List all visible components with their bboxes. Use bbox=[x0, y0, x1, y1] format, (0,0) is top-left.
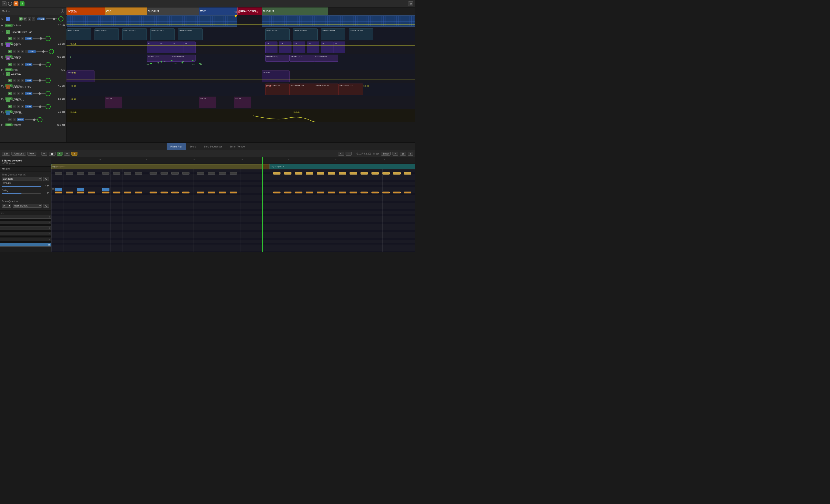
pr-zoom-2[interactable]: ↕ bbox=[408, 152, 413, 156]
track-automation-mode-9[interactable]: Read bbox=[5, 68, 12, 71]
note-10[interactable] bbox=[161, 172, 168, 175]
pr-edit-button[interactable]: Edit bbox=[2, 152, 10, 156]
track-solo-10[interactable]: S bbox=[17, 79, 20, 82]
track-record-10[interactable]: R bbox=[21, 79, 25, 82]
track-power-8[interactable]: O bbox=[8, 50, 12, 53]
note-8[interactable] bbox=[135, 172, 142, 175]
pr-quantize-note[interactable]: 1/16 Note ▾ bbox=[2, 177, 42, 181]
region-8-10[interactable]: 'Vo bbox=[333, 41, 345, 53]
note-27[interactable] bbox=[382, 172, 390, 175]
region-6-main[interactable] bbox=[66, 15, 237, 27]
track-mute-7[interactable]: M bbox=[12, 37, 16, 40]
track-content-11[interactable]: Spectacular Entr Spectacular Entr Specta… bbox=[66, 83, 415, 96]
note-bot-9[interactable] bbox=[150, 192, 157, 193]
note-22[interactable] bbox=[328, 172, 335, 175]
note-sel-1[interactable] bbox=[55, 188, 62, 191]
pr-view-button[interactable]: View bbox=[27, 152, 37, 156]
tab-score[interactable]: Score bbox=[186, 143, 200, 150]
region-8-5[interactable]: 'Vo bbox=[265, 41, 278, 53]
note-19[interactable] bbox=[295, 172, 302, 175]
note-bot-19[interactable] bbox=[295, 192, 302, 193]
h-button[interactable]: H bbox=[13, 1, 19, 6]
region-8-2[interactable]: 'Vo bbox=[159, 41, 171, 53]
track-label-8[interactable]: Track bbox=[28, 50, 36, 53]
pr-functions-button[interactable]: Functions bbox=[11, 152, 26, 156]
track-mute-11[interactable]: M bbox=[12, 92, 16, 95]
key-c-selected[interactable]: C1 bbox=[0, 243, 51, 247]
track-mute-12[interactable]: M bbox=[12, 105, 16, 108]
region-11-3[interactable]: Spectacular Entr bbox=[314, 84, 339, 95]
section-chorus[interactable]: CHORUS bbox=[147, 7, 199, 15]
track-solo-12[interactable]: S bbox=[17, 105, 20, 108]
note-bot-17[interactable] bbox=[273, 192, 281, 193]
note-bot-28[interactable] bbox=[393, 192, 401, 193]
note-bot-10[interactable] bbox=[161, 192, 168, 193]
note-bot-24[interactable] bbox=[350, 192, 357, 193]
note-6[interactable] bbox=[113, 172, 120, 175]
note-20[interactable] bbox=[306, 172, 313, 175]
track-solo-7[interactable]: S bbox=[17, 37, 20, 40]
region-9-4[interactable]: Vocoder (+12) bbox=[290, 55, 314, 62]
track-record-7[interactable]: R bbox=[21, 37, 25, 40]
track-automation-mode-17[interactable]: Read bbox=[5, 123, 12, 126]
note-bot-3[interactable] bbox=[77, 192, 84, 193]
region-12-3[interactable]: Pan Sv bbox=[234, 97, 251, 108]
track-record-6[interactable]: R bbox=[32, 17, 35, 21]
track-volume-slider-12[interactable] bbox=[33, 106, 45, 107]
note-bot-4[interactable] bbox=[88, 192, 95, 193]
region-7-8[interactable]: Super 8 Synth P bbox=[321, 28, 346, 40]
record-button[interactable] bbox=[8, 2, 12, 6]
pr-region-sky2[interactable]: Sky At Night Kit bbox=[269, 164, 415, 169]
region-10-2[interactable]: Westway bbox=[262, 70, 290, 82]
track-volume-slider-9[interactable] bbox=[33, 64, 45, 65]
track-volume-slider-17[interactable] bbox=[25, 119, 37, 120]
note-25[interactable] bbox=[360, 172, 368, 175]
track-record-9[interactable]: R bbox=[21, 63, 25, 66]
pr-swing-slider[interactable] bbox=[2, 193, 41, 194]
region-7-6[interactable]: Super 8 Synth P bbox=[265, 28, 290, 40]
note-bot-1[interactable] bbox=[55, 192, 62, 193]
pr-scale-type[interactable]: Major (Ionian) ▾ bbox=[12, 204, 42, 208]
key-ab[interactable] bbox=[0, 224, 51, 227]
note-bot-22[interactable] bbox=[328, 192, 335, 193]
key-g[interactable]: G bbox=[0, 227, 51, 230]
region-8-3[interactable]: 'Vo bbox=[171, 41, 183, 53]
track-record-8[interactable]: R bbox=[21, 50, 25, 53]
note-bot-11[interactable] bbox=[171, 192, 179, 193]
track-solo-6[interactable]: S bbox=[28, 17, 31, 21]
section-vs1[interactable]: VS 1 bbox=[105, 7, 147, 15]
note-bot-25[interactable] bbox=[360, 192, 368, 193]
note-2[interactable] bbox=[66, 172, 73, 175]
track-mute-17[interactable]: M bbox=[8, 118, 12, 121]
region-7-7[interactable]: Super 8 Synth P bbox=[293, 28, 318, 40]
pr-cursor-2[interactable]: ↗ bbox=[346, 152, 352, 156]
region-8-8[interactable]: 'Vo bbox=[307, 41, 319, 53]
track-expand-17[interactable]: ▶ bbox=[1, 123, 4, 126]
track-volume-slider-8[interactable] bbox=[36, 51, 48, 52]
pr-cursor-1[interactable]: ↖ bbox=[338, 152, 344, 156]
key-gb[interactable] bbox=[0, 230, 51, 232]
track-label-7[interactable]: Track bbox=[25, 37, 32, 40]
track-label-6[interactable]: Track bbox=[37, 18, 45, 20]
track-mute-8[interactable]: M bbox=[12, 50, 16, 53]
section-vs2[interactable]: VS 2 bbox=[199, 7, 237, 15]
track-label-11[interactable]: Track bbox=[25, 92, 32, 95]
track-label-17[interactable]: Track bbox=[17, 118, 24, 121]
region-6-right[interactable] bbox=[262, 15, 415, 27]
pr-scale-q[interactable]: Q bbox=[43, 204, 49, 208]
pr-note-grid[interactable]: C1 bbox=[51, 169, 415, 252]
note-bot-14[interactable] bbox=[208, 192, 215, 193]
track-content-10[interactable]: Westway Westway -4.1 dB bbox=[66, 70, 415, 83]
track-label-10[interactable]: Track bbox=[25, 79, 32, 82]
pr-tool-2[interactable]: ⬤ bbox=[49, 152, 56, 156]
note-bot-6[interactable] bbox=[113, 192, 120, 193]
track-solo-17[interactable]: S bbox=[13, 118, 16, 121]
note-bot-26[interactable] bbox=[372, 192, 379, 193]
note-bot-15[interactable] bbox=[219, 192, 226, 193]
pr-zoom-1[interactable]: ⟨⟩ bbox=[400, 152, 406, 156]
region-7-2[interactable]: Super 8 Synth P bbox=[95, 28, 119, 40]
pr-snap-value[interactable]: Smart bbox=[381, 152, 391, 156]
track-solo-8[interactable]: S bbox=[17, 50, 20, 53]
track-volume-slider-7[interactable] bbox=[33, 38, 45, 39]
region-7-4[interactable]: Super 8 Synth P bbox=[150, 28, 175, 40]
